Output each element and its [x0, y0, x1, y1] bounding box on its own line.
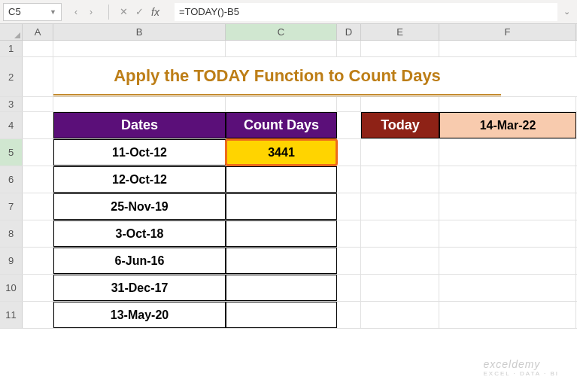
- row-header-3[interactable]: 3: [0, 97, 23, 111]
- count-days-cell[interactable]: [226, 220, 337, 247]
- row-header-5[interactable]: 5: [0, 139, 23, 166]
- col-header-D[interactable]: D: [337, 24, 361, 40]
- col-header-B[interactable]: B: [53, 24, 226, 40]
- date-cell[interactable]: 25-Nov-19: [53, 193, 226, 220]
- cell[interactable]: [361, 220, 439, 247]
- row-header-10[interactable]: 10: [0, 275, 23, 301]
- cell[interactable]: [23, 220, 53, 247]
- select-all-corner[interactable]: [0, 24, 23, 40]
- nav-prev-icon[interactable]: ‹: [69, 5, 83, 19]
- cell[interactable]: [439, 97, 576, 111]
- cancel-icon[interactable]: ✕: [120, 6, 128, 17]
- col-header-F[interactable]: F: [439, 24, 576, 40]
- cell[interactable]: [337, 97, 361, 111]
- cell[interactable]: [361, 193, 439, 220]
- cell[interactable]: [23, 112, 53, 138]
- count-days-cell[interactable]: [226, 193, 337, 220]
- today-label[interactable]: Today: [361, 112, 439, 138]
- cell[interactable]: [23, 193, 53, 220]
- row-header-8[interactable]: 8: [0, 220, 23, 247]
- cell[interactable]: [439, 139, 576, 166]
- cell[interactable]: [361, 139, 439, 166]
- row-2: 2 Apply the TODAY Function to Count Days: [0, 57, 577, 97]
- cell[interactable]: [226, 97, 337, 111]
- cell[interactable]: [337, 248, 361, 274]
- cell[interactable]: [337, 220, 361, 247]
- row-6: 6 12-Oct-12: [0, 166, 577, 193]
- cell[interactable]: [53, 41, 226, 56]
- row-header-9[interactable]: 9: [0, 248, 23, 274]
- nav-arrows: ‹ ›: [69, 5, 98, 19]
- cell[interactable]: [361, 97, 439, 111]
- cell[interactable]: [439, 193, 576, 220]
- cell[interactable]: [23, 97, 53, 111]
- expand-formula-icon[interactable]: ⌄: [559, 7, 574, 17]
- watermark-sub: EXCEL · DATA · BI: [483, 370, 559, 377]
- formula-actions: ✕ ✓ fx: [120, 6, 167, 18]
- date-cell[interactable]: 12-Oct-12: [53, 166, 226, 193]
- today-value[interactable]: 14-Mar-22: [439, 112, 576, 138]
- cell[interactable]: [337, 275, 361, 301]
- count-days-header[interactable]: Count Days: [226, 112, 337, 138]
- count-days-cell[interactable]: 3441: [226, 139, 337, 166]
- col-header-E[interactable]: E: [361, 24, 439, 40]
- date-cell[interactable]: 31-Dec-17: [53, 275, 226, 301]
- count-days-cell[interactable]: [226, 166, 337, 193]
- date-cell[interactable]: 11-Oct-12: [53, 139, 226, 166]
- row-header-7[interactable]: 7: [0, 193, 23, 220]
- row-header-6[interactable]: 6: [0, 166, 23, 193]
- row-1: 1: [0, 41, 577, 57]
- row-header-2[interactable]: 2: [0, 57, 23, 96]
- cell[interactable]: [439, 220, 576, 247]
- count-days-cell[interactable]: [226, 248, 337, 274]
- row-header-11[interactable]: 11: [0, 302, 23, 328]
- cell[interactable]: [226, 41, 337, 56]
- date-cell[interactable]: 6-Jun-16: [53, 248, 226, 274]
- divider: [108, 5, 109, 20]
- row-9: 9 6-Jun-16: [0, 248, 577, 275]
- cell[interactable]: [361, 248, 439, 274]
- cell[interactable]: [337, 166, 361, 193]
- count-days-value: 3441: [268, 146, 295, 160]
- cell[interactable]: [337, 112, 361, 138]
- cell[interactable]: [439, 302, 576, 328]
- date-cell[interactable]: 13-May-20: [53, 302, 226, 328]
- col-header-C[interactable]: C: [226, 24, 337, 40]
- row-header-1[interactable]: 1: [0, 41, 23, 56]
- cell[interactable]: [361, 166, 439, 193]
- page-title[interactable]: Apply the TODAY Function to Count Days: [53, 57, 501, 96]
- cell[interactable]: [23, 275, 53, 301]
- cell[interactable]: [23, 139, 53, 166]
- cell[interactable]: [23, 248, 53, 274]
- row-header-4[interactable]: 4: [0, 112, 23, 138]
- cell[interactable]: [23, 41, 53, 56]
- cell[interactable]: [439, 41, 576, 56]
- date-cell[interactable]: 3-Oct-18: [53, 220, 226, 247]
- row-11: 11 13-May-20: [0, 302, 577, 329]
- row-10: 10 31-Dec-17: [0, 275, 577, 302]
- dates-header[interactable]: Dates: [53, 112, 226, 138]
- cell[interactable]: [53, 97, 226, 111]
- cell[interactable]: [439, 275, 576, 301]
- cell[interactable]: [337, 41, 361, 56]
- nav-next-icon[interactable]: ›: [84, 5, 98, 19]
- fx-icon[interactable]: fx: [151, 6, 159, 18]
- cell[interactable]: [361, 302, 439, 328]
- cell[interactable]: [361, 41, 439, 56]
- cell[interactable]: [439, 166, 576, 193]
- row-7: 7 25-Nov-19: [0, 193, 577, 220]
- cell[interactable]: [23, 302, 53, 328]
- formula-bar[interactable]: =TODAY()-B5: [175, 3, 557, 21]
- count-days-cell[interactable]: [226, 302, 337, 328]
- cell[interactable]: [439, 248, 576, 274]
- count-days-cell[interactable]: [226, 275, 337, 301]
- cell[interactable]: [337, 193, 361, 220]
- col-header-A[interactable]: A: [23, 24, 53, 40]
- cell[interactable]: [337, 302, 361, 328]
- name-box[interactable]: C5 ▼: [3, 3, 62, 21]
- accept-icon[interactable]: ✓: [135, 6, 144, 17]
- cell[interactable]: [337, 139, 361, 166]
- cell[interactable]: [23, 166, 53, 193]
- cell[interactable]: [23, 57, 53, 96]
- cell[interactable]: [361, 275, 439, 301]
